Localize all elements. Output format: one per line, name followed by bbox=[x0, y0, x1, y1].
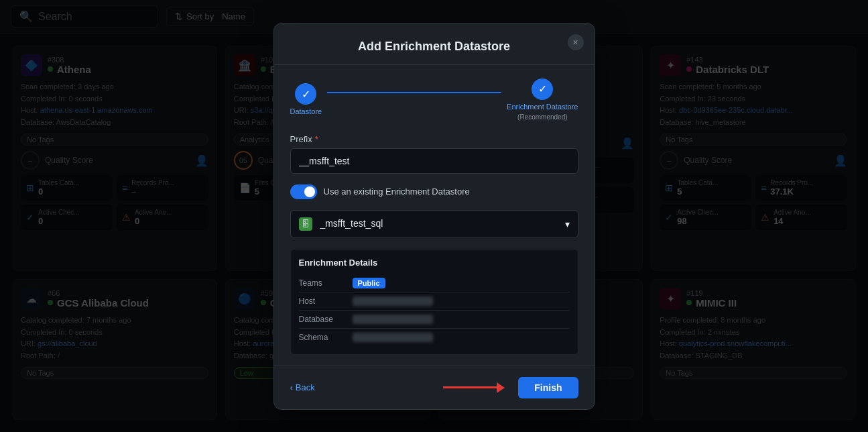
host-key: Host bbox=[299, 296, 353, 306]
step-datastore-circle: ✓ bbox=[295, 83, 316, 105]
datastore-select[interactable]: 🗄 _msfft_test_sql ▾ bbox=[290, 210, 578, 238]
database-value bbox=[353, 315, 570, 324]
enrichment-details: Enrichment Details Teams Public Host Dat… bbox=[290, 249, 578, 355]
select-value: _msfft_test_sql bbox=[320, 218, 383, 229]
back-arrow-icon: ‹ bbox=[290, 382, 293, 392]
host-blurred bbox=[353, 296, 433, 306]
modal-footer: ‹ Back Finish bbox=[274, 366, 595, 409]
step-datastore: ✓ Datastore bbox=[290, 83, 322, 115]
chevron-down-icon: ▾ bbox=[565, 219, 570, 229]
step-enrichment-sublabel: (Recommended) bbox=[517, 113, 567, 121]
schema-key: Schema bbox=[299, 333, 353, 342]
detail-teams: Teams Public bbox=[299, 274, 570, 292]
step-enrichment-circle: ✓ bbox=[532, 78, 553, 100]
modal-close-button[interactable]: × bbox=[568, 34, 584, 50]
public-badge: Public bbox=[353, 278, 385, 288]
enrichment-details-title: Enrichment Details bbox=[299, 258, 570, 268]
prefix-label: Prefix * bbox=[290, 134, 578, 144]
prefix-input[interactable] bbox=[290, 148, 578, 174]
step-enrichment-label: Enrichment Datastore bbox=[507, 103, 578, 111]
teams-value: Public bbox=[353, 278, 570, 288]
existing-datastore-toggle[interactable] bbox=[290, 184, 317, 199]
required-indicator: * bbox=[315, 134, 318, 144]
host-value bbox=[353, 296, 570, 306]
schema-value bbox=[353, 333, 570, 342]
select-db-icon: 🗄 bbox=[299, 217, 312, 231]
back-button[interactable]: ‹ Back bbox=[290, 382, 315, 392]
detail-schema: Schema bbox=[299, 329, 570, 346]
detail-host: Host bbox=[299, 292, 570, 311]
step-enrichment: ✓ Enrichment Datastore (Recommended) bbox=[507, 78, 578, 121]
toggle-label: Use an existing Enrichment Datastore bbox=[324, 186, 470, 197]
finish-arrow bbox=[443, 382, 505, 393]
modal-body: Prefix * Use an existing Enrichment Data… bbox=[274, 134, 595, 366]
finish-button[interactable]: Finish bbox=[518, 377, 578, 398]
database-blurred bbox=[353, 315, 433, 324]
modal-header: Add Enrichment Datastore × bbox=[274, 23, 595, 65]
detail-database: Database bbox=[299, 311, 570, 329]
teams-key: Teams bbox=[299, 278, 353, 288]
modal-overlay: Add Enrichment Datastore × ✓ Datastore ✓… bbox=[0, 0, 868, 432]
step-line bbox=[327, 92, 501, 93]
step-datastore-label: Datastore bbox=[290, 107, 322, 115]
database-key: Database bbox=[299, 315, 353, 324]
modal-steps: ✓ Datastore ✓ Enrichment Datastore (Reco… bbox=[274, 65, 595, 134]
modal-title: Add Enrichment Datastore bbox=[358, 40, 510, 53]
toggle-row: Use an existing Enrichment Datastore bbox=[290, 184, 578, 199]
add-enrichment-modal: Add Enrichment Datastore × ✓ Datastore ✓… bbox=[273, 23, 595, 410]
schema-blurred bbox=[353, 333, 433, 342]
